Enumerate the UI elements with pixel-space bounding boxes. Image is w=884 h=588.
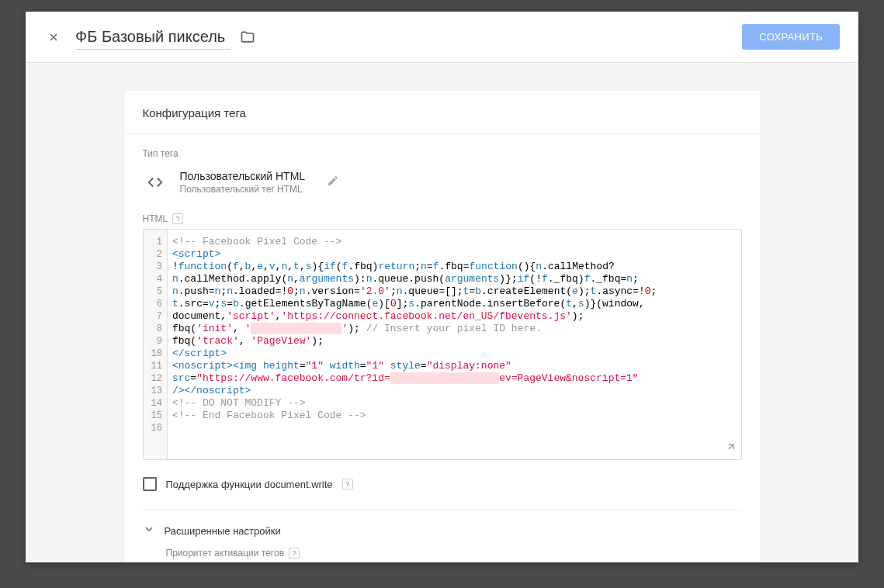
tag-type-row: Пользовательский HTML Пользовательский т… xyxy=(143,170,742,195)
code-content[interactable]: <!-- Facebook Pixel Code --><script>!fun… xyxy=(168,230,741,459)
tag-type-name: Пользовательский HTML xyxy=(180,170,306,182)
advanced-settings-toggle[interactable]: Расширенные настройки xyxy=(143,510,742,540)
pencil-icon xyxy=(327,175,339,187)
tag-editor-window: СОХРАНИТЬ Конфигурация тега Тип тега Пол… xyxy=(26,12,858,562)
document-write-option: Поддержка функции document.write ? xyxy=(143,477,742,491)
html-field-label: HTML xyxy=(143,213,168,224)
tag-config-card: Конфигурация тега Тип тега Пользовательс… xyxy=(124,91,761,562)
document-write-label: Поддержка функции document.write xyxy=(166,479,333,490)
html-help-button[interactable]: ? xyxy=(172,213,183,224)
folder-icon[interactable] xyxy=(240,29,255,45)
chevron-down-icon xyxy=(143,523,155,538)
edit-tag-type-button[interactable] xyxy=(327,175,339,190)
tag-type-description: Пользовательский тег HTML xyxy=(180,184,306,195)
document-write-help[interactable]: ? xyxy=(342,479,353,489)
tag-type-label: Тип тега xyxy=(143,148,742,159)
document-write-checkbox[interactable] xyxy=(143,477,157,491)
card-title: Конфигурация тега xyxy=(124,91,761,134)
code-icon xyxy=(143,170,168,195)
resize-handle[interactable] xyxy=(726,441,737,456)
resize-icon xyxy=(726,441,737,452)
close-icon xyxy=(47,31,60,43)
line-gutter: 12345678910111213141516 xyxy=(144,230,168,459)
save-button[interactable]: СОХРАНИТЬ xyxy=(742,24,840,50)
content-area: Конфигурация тега Тип тега Пользовательс… xyxy=(26,63,858,562)
tag-priority-row: Приоритет активации тегов ? xyxy=(166,548,742,559)
advanced-settings-label: Расширенные настройки xyxy=(165,525,281,537)
html-code-editor[interactable]: 12345678910111213141516 <!-- Facebook Pi… xyxy=(143,229,742,460)
close-button[interactable] xyxy=(44,28,63,47)
tag-priority-label: Приоритет активации тегов xyxy=(166,548,285,559)
tag-priority-help[interactable]: ? xyxy=(289,548,300,559)
header: СОХРАНИТЬ xyxy=(26,12,858,63)
tag-name-input[interactable] xyxy=(75,25,231,50)
